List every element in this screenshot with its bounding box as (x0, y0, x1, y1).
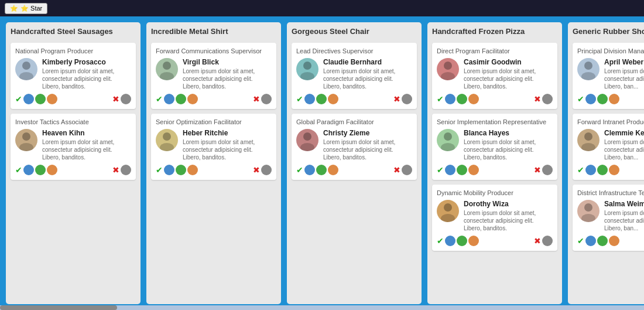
star-button[interactable]: ⭐ ⭐ Star (5, 3, 47, 14)
card-card8[interactable]: Senior Implementation Representative Bla… (432, 114, 557, 180)
star-label: ⭐ Star (20, 5, 42, 12)
cross-icon-card4[interactable]: ✖ (253, 165, 260, 175)
check-icon-card6[interactable]: ✔ (296, 165, 303, 175)
card-card3[interactable]: Forward Communications Supervisor Virgil… (151, 43, 276, 109)
check-icon-card1[interactable]: ✔ (15, 94, 22, 104)
column-title-col4: Handcrafted Frozen Pizza (432, 27, 557, 38)
card-card1[interactable]: National Program Producer Kimberly Prosa… (11, 43, 136, 109)
card-card6[interactable]: Global Paradigm Facilitator Christy Ziem… (292, 114, 417, 180)
cross-icon-card1[interactable]: ✖ (112, 94, 119, 104)
card-actions-card1: ✔✖ (15, 94, 131, 104)
section-title-card3: Forward Communications Supervisor (156, 47, 272, 54)
section-title-card9: Dynamic Mobility Producer (437, 189, 553, 196)
person-info-card4: Heber RitchieLorem ipsum dolor sit amet,… (183, 129, 272, 161)
column-col1: Handcrafted Steel SausagesNational Progr… (6, 22, 141, 304)
section-title-card10: Principal Division Manager (577, 47, 644, 54)
mini-avatar-2-card11 (597, 165, 608, 175)
mini-avatar-1-card7 (445, 94, 455, 104)
mini-avatar-2-card6 (316, 165, 327, 175)
mini-avatar-3-card10 (609, 94, 619, 104)
column-title-col3: Gorgeous Steel Chair (292, 27, 417, 38)
svg-point-18 (584, 62, 592, 70)
person-desc-card12: Lorem ipsum dolor sit amet, consectetur … (604, 209, 644, 232)
action-right-card9: ✖ (534, 236, 553, 246)
person-row-card5: Claudie BernhardLorem ipsum dolor sit am… (296, 58, 412, 90)
card-card9[interactable]: Dynamic Mobility Producer Dorothy WizaLo… (432, 185, 557, 251)
action-right-card6: ✖ (393, 165, 412, 175)
svg-point-9 (300, 72, 314, 80)
person-name-card12: Salma Weim... (604, 200, 644, 208)
action-left-card6: ✔ (296, 165, 338, 175)
check-icon-card2[interactable]: ✔ (15, 165, 22, 175)
mini-avatar-1-card5 (304, 94, 315, 104)
card-card5[interactable]: Lead Directives Supervisor Claudie Bernh… (292, 43, 417, 109)
action-left-card9: ✔ (437, 236, 479, 246)
cross-icon-card8[interactable]: ✖ (534, 165, 541, 175)
card-card10[interactable]: Principal Division Manager April WeberLo… (573, 43, 644, 109)
mini-avatar-2-card3 (176, 94, 186, 104)
card-card11[interactable]: Forward Intranet Producer Clemmie Ke...L… (573, 114, 644, 180)
person-name-card4: Heber Ritchie (183, 129, 272, 137)
mini-avatar-3-card7 (468, 94, 479, 104)
avatar-card3 (156, 58, 178, 80)
svg-point-6 (163, 132, 171, 141)
cross-icon-card3[interactable]: ✖ (253, 94, 260, 104)
check-icon-card9[interactable]: ✔ (437, 236, 444, 246)
person-name-card8: Blanca Hayes (464, 129, 553, 137)
cross-icon-card7[interactable]: ✖ (534, 94, 541, 104)
check-icon-card5[interactable]: ✔ (296, 94, 303, 104)
card-actions-card11: ✔✖ (577, 165, 644, 175)
mini-avatar-1-card11 (585, 165, 596, 175)
card-card12[interactable]: District Infrastructure Tech... Salma We… (573, 185, 644, 251)
svg-point-8 (303, 62, 311, 70)
check-icon-card10[interactable]: ✔ (577, 94, 584, 104)
check-icon-card8[interactable]: ✔ (437, 165, 444, 175)
person-desc-card6: Lorem ipsum dolor sit amet, consectetur … (323, 138, 412, 161)
person-name-card2: Heaven Kihn (42, 129, 131, 137)
action-left-card10: ✔ (577, 94, 619, 104)
action-right-card5: ✖ (393, 94, 412, 104)
person-row-card9: Dorothy WizaLorem ipsum dolor sit amet, … (437, 200, 553, 232)
check-icon-card3[interactable]: ✔ (156, 94, 163, 104)
section-title-card6: Global Paradigm Facilitator (296, 118, 412, 125)
check-icon-card7[interactable]: ✔ (437, 94, 444, 104)
card-card7[interactable]: Direct Program Facilitator Casimir Goodw… (432, 43, 557, 109)
person-row-card11: Clemmie Ke...Lorem ipsum dolor sit amet,… (577, 129, 644, 161)
scrollbar-thumb[interactable] (0, 305, 117, 310)
mini-avatar-2-card10 (597, 94, 608, 104)
check-icon-card4[interactable]: ✔ (156, 165, 163, 175)
cross-icon-card5[interactable]: ✖ (393, 94, 400, 104)
avatar-card8 (437, 129, 459, 151)
action-left-card2: ✔ (15, 165, 57, 175)
mini-avatar-2-card12 (597, 236, 608, 246)
check-icon-card11[interactable]: ✔ (577, 165, 584, 175)
card-actions-card12: ✔✖ (577, 236, 644, 246)
person-info-card11: Clemmie Ke...Lorem ipsum dolor sit amet,… (604, 129, 644, 161)
card-actions-card3: ✔✖ (156, 94, 272, 104)
horizontal-scrollbar[interactable] (0, 305, 644, 310)
cross-icon-card9[interactable]: ✖ (534, 236, 541, 246)
board-container: Handcrafted Steel SausagesNational Progr… (0, 16, 644, 310)
person-row-card12: Salma Weim...Lorem ipsum dolor sit amet,… (577, 200, 644, 232)
person-row-card1: Kimberly ProsaccoLorem ipsum dolor sit a… (15, 58, 131, 90)
person-row-card7: Casimir GoodwinLorem ipsum dolor sit ame… (437, 58, 553, 90)
mini-avatar-3-card3 (187, 94, 198, 104)
mini-avatar-4-card4 (261, 165, 272, 175)
section-title-card5: Lead Directives Supervisor (296, 47, 412, 54)
action-left-card12: ✔ (577, 236, 619, 246)
check-icon-card12[interactable]: ✔ (577, 236, 584, 246)
mini-avatar-1-card10 (585, 94, 596, 104)
person-info-card3: Virgil BlickLorem ipsum dolor sit amet, … (183, 58, 272, 90)
person-desc-card4: Lorem ipsum dolor sit amet, consectetur … (183, 138, 272, 161)
card-card4[interactable]: Senior Optimization Facilitator Heber Ri… (151, 114, 276, 180)
mini-avatar-1-card2 (23, 165, 34, 175)
column-title-col2: Incredible Metal Shirt (151, 27, 276, 38)
person-info-card5: Claudie BernhardLorem ipsum dolor sit am… (323, 58, 412, 90)
person-info-card2: Heaven KihnLorem ipsum dolor sit amet, c… (42, 129, 131, 161)
card-actions-card7: ✔✖ (437, 94, 553, 104)
mini-avatar-1-card1 (23, 94, 34, 104)
card-card2[interactable]: Investor Tactics Associate Heaven KihnLo… (11, 114, 136, 180)
cross-icon-card6[interactable]: ✖ (393, 165, 400, 175)
cross-icon-card2[interactable]: ✖ (112, 165, 119, 175)
svg-point-21 (581, 143, 595, 151)
